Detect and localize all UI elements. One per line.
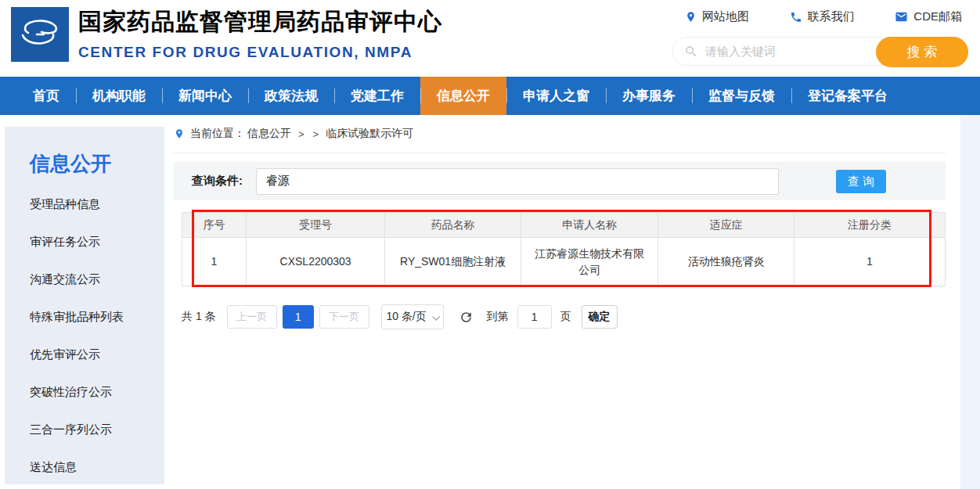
nav-item-org-functions[interactable]: 机构职能 <box>76 77 162 115</box>
breadcrumb-separator: > <box>313 128 319 140</box>
site-title: 国家药品监督管理局药品审评中心 <box>78 6 442 38</box>
sidebar-item-accepted-products[interactable]: 受理品种信息 <box>30 185 164 223</box>
col-header-applicant: 申请人名称 <box>521 213 658 238</box>
breadcrumb-divider <box>174 153 946 153</box>
breadcrumb-prefix: 当前位置： <box>190 127 245 141</box>
search-button[interactable]: 搜索 <box>876 37 968 67</box>
nav-item-info-disclosure[interactable]: 信息公开 <box>420 77 506 115</box>
results-table: 序号 受理号 药品名称 申请人名称 适应症 注册分类 1 CXSL2200303 <box>182 212 946 286</box>
site-search: 搜索 <box>672 37 968 66</box>
table-header-row: 序号 受理号 药品名称 申请人名称 适应症 注册分类 <box>182 213 946 238</box>
cde-logo-icon <box>11 49 69 63</box>
nav-item-party-building[interactable]: 党建工作 <box>334 77 420 115</box>
cell-acceptance-no: CXSL2200303 <box>246 238 384 286</box>
cell-drug-name: RY_SW01细胞注射液 <box>385 238 521 286</box>
nav-item-home[interactable]: 首页 <box>16 77 76 115</box>
chevron-down-icon <box>432 312 440 320</box>
breadcrumb-current: 临床试验默示许可 <box>326 127 413 141</box>
breadcrumb-pin-icon <box>174 128 185 140</box>
page-size-value: 10 条/页 <box>386 310 426 324</box>
content-area: 信息公开 受理品种信息 审评任务公示 沟通交流公示 特殊审批品种列表 优先审评公… <box>0 115 980 489</box>
main-panel: 当前位置：信息公开 > > 临床试验默示许可 查询条件: 查询 <box>174 127 946 329</box>
location-pin-icon <box>685 11 697 23</box>
cell-applicant: 江苏睿源生物技术有限公司 <box>521 238 658 286</box>
pagination-total: 共 1 条 <box>182 310 216 324</box>
sidebar-item-review-tasks[interactable]: 审评任务公示 <box>30 223 164 261</box>
next-page-button[interactable]: 下一页 <box>319 305 369 329</box>
nav-item-news-center[interactable]: 新闻中心 <box>162 77 248 115</box>
nav-item-supervision-feedback[interactable]: 监督与反馈 <box>692 77 791 115</box>
col-header-indication: 适应症 <box>658 213 794 238</box>
query-button[interactable]: 查询 <box>836 170 886 193</box>
cde-logo[interactable] <box>11 7 69 62</box>
breadcrumb: 当前位置：信息公开 > > 临床试验默示许可 <box>174 127 946 141</box>
cell-seq: 1 <box>182 238 247 286</box>
breadcrumb-separator: > <box>298 128 304 140</box>
cell-registration-class: 1 <box>794 238 945 286</box>
header-right: 网站地图 联系我们 CDE邮箱 <box>672 9 968 66</box>
sidebar-item-communication[interactable]: 沟通交流公示 <box>30 261 164 298</box>
quicklinks: 网站地图 联系我们 CDE邮箱 <box>672 9 968 24</box>
contact-label: 联系我们 <box>808 9 855 24</box>
sidebar-item-breakthrough-therapy[interactable]: 突破性治疗公示 <box>30 373 164 411</box>
prev-page-button[interactable]: 上一页 <box>227 305 277 329</box>
current-page-button[interactable]: 1 <box>283 305 314 329</box>
sitemap-label: 网站地图 <box>702 9 749 24</box>
nav-item-applicant-window[interactable]: 申请人之窗 <box>506 77 606 115</box>
search-input[interactable] <box>705 45 874 58</box>
sidebar-item-three-in-one[interactable]: 三合一序列公示 <box>30 411 164 448</box>
cde-mail-label: CDE邮箱 <box>913 9 962 24</box>
query-label: 查询条件: <box>192 174 243 189</box>
table-row: 1 CXSL2200303 RY_SW01细胞注射液 江苏睿源生物技术有限公司 … <box>182 238 946 286</box>
query-input[interactable] <box>256 168 779 195</box>
page-unit-label: 页 <box>560 310 571 324</box>
cde-mail-link[interactable]: CDE邮箱 <box>895 9 962 24</box>
goto-page-input[interactable] <box>517 305 552 329</box>
cell-indication: 活动性狼疮肾炎 <box>658 238 794 286</box>
nav-item-policies-regulations[interactable]: 政策法规 <box>248 77 334 115</box>
breadcrumb-section[interactable]: 信息公开 <box>247 127 291 141</box>
results-table-wrap: 序号 受理号 药品名称 申请人名称 适应症 注册分类 1 CXSL2200303 <box>182 212 946 286</box>
envelope-icon <box>895 10 908 23</box>
col-header-seq: 序号 <box>182 213 247 238</box>
right-margin-strip <box>960 115 980 489</box>
page-size-select[interactable]: 10 条/页 <box>381 304 444 329</box>
sidebar-menu: 受理品种信息 审评任务公示 沟通交流公示 特殊审批品种列表 优先审评公示 突破性… <box>5 185 164 486</box>
query-bar: 查询条件: 查询 <box>174 162 946 200</box>
sidebar-item-delivery-info[interactable]: 送达信息 <box>30 448 164 486</box>
col-header-drug-name: 药品名称 <box>385 213 521 238</box>
col-header-acceptance-no: 受理号 <box>246 213 384 238</box>
sidebar-item-priority-review[interactable]: 优先审评公示 <box>30 336 164 373</box>
sitemap-link[interactable]: 网站地图 <box>685 9 749 24</box>
nav-item-registration-platform[interactable]: 登记备案平台 <box>791 77 904 115</box>
site-titles: 国家药品监督管理局药品审评中心 CENTER FOR DRUG EVALUATI… <box>78 6 442 61</box>
goto-page-label: 到第 <box>487 310 509 324</box>
nav-item-services[interactable]: 办事服务 <box>606 77 692 115</box>
search-icon <box>684 45 698 59</box>
pagination: 共 1 条 上一页 1 下一页 10 条/页 到第 页 确定 <box>182 304 946 329</box>
refresh-icon[interactable] <box>459 310 474 325</box>
sidebar: 信息公开 受理品种信息 审评任务公示 沟通交流公示 特殊审批品种列表 优先审评公… <box>5 127 164 484</box>
main-nav: 首页 机构职能 新闻中心 政策法规 党建工作 信息公开 申请人之窗 办事服务 监… <box>0 77 980 115</box>
site-subtitle: CENTER FOR DRUG EVALUATION, NMPA <box>78 44 442 61</box>
phone-icon <box>790 11 802 23</box>
site-header: 国家药品监督管理局药品审评中心 CENTER FOR DRUG EVALUATI… <box>0 0 980 77</box>
page: 国家药品监督管理局药品审评中心 CENTER FOR DRUG EVALUATI… <box>0 0 980 489</box>
confirm-button[interactable]: 确定 <box>582 305 618 329</box>
col-header-registration-class: 注册分类 <box>794 213 945 238</box>
sidebar-item-special-approval-list[interactable]: 特殊审批品种列表 <box>30 298 164 336</box>
contact-link[interactable]: 联系我们 <box>790 9 855 24</box>
sidebar-title: 信息公开 <box>30 150 164 178</box>
